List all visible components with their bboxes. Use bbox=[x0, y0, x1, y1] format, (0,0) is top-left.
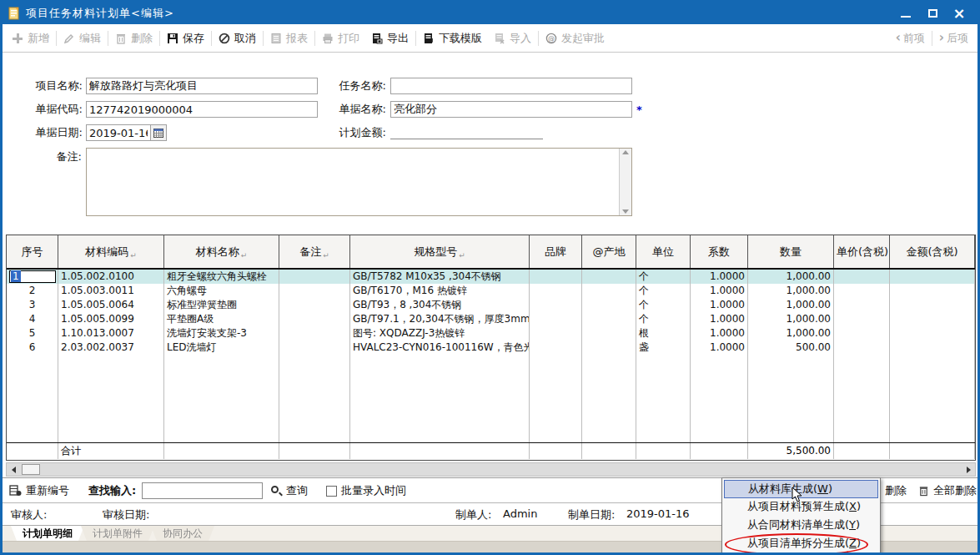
code-cell[interactable]: 1.05.005.0064 bbox=[58, 298, 164, 312]
menu-item-from-project-budget[interactable]: 从项目材料预算生成(X) bbox=[722, 498, 880, 517]
scroll-up-icon[interactable] bbox=[622, 150, 629, 154]
price-cell[interactable] bbox=[834, 312, 890, 326]
unit-cell[interactable]: 个 bbox=[636, 312, 691, 326]
scroll-down-icon[interactable] bbox=[622, 209, 629, 214]
table-row[interactable]: 2 1.05.003.0011 六角螺母 GB/T6170，M16 热镀锌 个 … bbox=[7, 284, 975, 298]
name-cell[interactable]: 洗墙灯安装支架-3 bbox=[164, 326, 279, 341]
qty-cell[interactable]: 1,000.00 bbox=[748, 298, 834, 312]
export-button[interactable]: 导出 bbox=[365, 28, 415, 49]
doc-date-input[interactable] bbox=[86, 124, 151, 141]
report-button[interactable]: 报表 bbox=[264, 28, 314, 49]
table-row[interactable]: 5 1.10.013.0007 洗墙灯安装支架-3 图号: XQDAZZJ-3热… bbox=[7, 326, 975, 341]
amount-cell[interactable] bbox=[890, 326, 975, 341]
qty-cell[interactable]: 1,000.00 bbox=[748, 326, 834, 341]
delete-all-button[interactable]: 全部删除 bbox=[918, 478, 977, 503]
coeff-cell[interactable]: 1.0000 bbox=[691, 312, 748, 326]
brand-cell[interactable] bbox=[530, 270, 582, 284]
code-cell[interactable]: 1.05.003.0011 bbox=[58, 284, 164, 298]
remark-cell[interactable] bbox=[279, 284, 350, 298]
spec-cell[interactable]: 图号: XQDAZZJ-3热镀锌 bbox=[350, 326, 530, 341]
brand-cell[interactable] bbox=[530, 284, 582, 298]
calendar-button[interactable] bbox=[151, 124, 167, 141]
menu-item-from-project-list-split[interactable]: 从项目清单拆分生成(Z) bbox=[722, 535, 880, 553]
cancel-button[interactable]: 取消 bbox=[213, 28, 262, 49]
tab-collaboration[interactable]: 协同办公 bbox=[151, 526, 214, 541]
table-row[interactable]: 3 1.05.005.0064 标准型弹簧垫圈 GB/T93，8 ,304不锈钢… bbox=[7, 298, 975, 312]
remark-scrollbar[interactable] bbox=[619, 149, 631, 215]
seq-cell-editing[interactable]: 1 bbox=[7, 270, 58, 284]
task-name-input[interactable] bbox=[390, 78, 632, 94]
spec-cell[interactable]: GB/T5782 M10x35 ,304不锈钢 bbox=[350, 270, 530, 284]
seq-cell[interactable]: 5 bbox=[7, 326, 58, 341]
col-unit[interactable]: 单位 bbox=[636, 235, 691, 268]
plan-amount-field[interactable] bbox=[390, 124, 543, 139]
seq-cell[interactable]: 3 bbox=[7, 298, 58, 312]
next-button[interactable]: ›后项 bbox=[933, 28, 974, 49]
minimize-button[interactable] bbox=[899, 7, 912, 20]
amount-cell[interactable] bbox=[890, 312, 975, 326]
renumber-button[interactable]: 重新编号 bbox=[9, 478, 69, 503]
tab-plan-attachments[interactable]: 计划单附件 bbox=[81, 526, 154, 541]
unit-cell[interactable]: 个 bbox=[636, 270, 691, 284]
doc-code-input[interactable] bbox=[86, 101, 318, 118]
amount-cell[interactable] bbox=[890, 341, 975, 355]
brand-cell[interactable] bbox=[530, 298, 582, 312]
unit-cell[interactable]: 个 bbox=[636, 298, 691, 312]
print-button[interactable]: 打印 bbox=[316, 28, 365, 49]
unit-cell[interactable]: 盏 bbox=[636, 341, 691, 355]
seq-cell[interactable]: 6 bbox=[7, 341, 58, 355]
name-cell[interactable]: LED洗墙灯 bbox=[164, 341, 279, 355]
scroll-left-icon[interactable] bbox=[7, 463, 20, 476]
origin-cell[interactable] bbox=[582, 326, 636, 341]
remark-cell[interactable] bbox=[279, 312, 350, 326]
price-cell[interactable] bbox=[834, 298, 890, 312]
scrollbar-thumb[interactable] bbox=[22, 464, 40, 475]
name-cell[interactable]: 标准型弹簧垫圈 bbox=[164, 298, 279, 312]
maximize-button[interactable] bbox=[926, 7, 939, 20]
col-brand[interactable]: 品牌 bbox=[530, 235, 582, 268]
price-cell[interactable] bbox=[834, 270, 890, 284]
spec-cell[interactable]: GB/T6170，M16 热镀锌 bbox=[350, 284, 530, 298]
project-name-input[interactable] bbox=[86, 78, 318, 94]
spec-cell[interactable]: HVALC23-CYN016-100116W，青色光，30° bbox=[350, 341, 530, 355]
start-approval-button[interactable]: @ 发起审批 bbox=[540, 28, 611, 49]
prev-button[interactable]: ‹前项 bbox=[890, 28, 931, 49]
doc-name-input[interactable] bbox=[390, 101, 632, 118]
amount-cell[interactable] bbox=[890, 284, 975, 298]
code-cell[interactable]: 1.10.013.0007 bbox=[58, 326, 164, 341]
coeff-cell[interactable]: 1.0000 bbox=[691, 341, 748, 355]
new-button[interactable]: 新增 bbox=[6, 28, 55, 49]
close-button[interactable]: × bbox=[952, 7, 966, 20]
qty-cell[interactable]: 1,000.00 bbox=[748, 270, 834, 284]
delete-button[interactable]: 删除 bbox=[109, 28, 158, 49]
price-cell[interactable] bbox=[834, 284, 890, 298]
origin-cell[interactable] bbox=[582, 312, 636, 326]
table-row[interactable]: 4 1.05.005.0099 平垫圈A级 GB/T97.1，20,304不锈钢… bbox=[7, 312, 975, 326]
name-cell[interactable]: 六角螺母 bbox=[164, 284, 279, 298]
origin-cell[interactable] bbox=[582, 341, 636, 355]
remark-cell[interactable] bbox=[279, 341, 350, 355]
col-qty[interactable]: 数量 bbox=[748, 235, 834, 268]
brand-cell[interactable] bbox=[530, 326, 582, 341]
seq-cell[interactable]: 2 bbox=[7, 284, 58, 298]
code-cell[interactable]: 1.05.002.0100 bbox=[58, 270, 164, 284]
menu-item-from-material-library[interactable]: 从材料库生成(W) bbox=[724, 480, 878, 498]
name-cell[interactable]: 粗牙全螺纹六角头螺栓 bbox=[164, 270, 279, 284]
coeff-cell[interactable]: 1.0000 bbox=[691, 298, 748, 312]
qty-cell[interactable]: 1,000.00 bbox=[748, 284, 834, 298]
remark-cell[interactable] bbox=[279, 326, 350, 341]
spec-cell[interactable]: GB/T93，8 ,304不锈钢 bbox=[350, 298, 530, 312]
col-remark[interactable]: 备注↵ bbox=[279, 235, 350, 268]
coeff-cell[interactable]: 1.0000 bbox=[691, 326, 748, 341]
origin-cell[interactable] bbox=[582, 284, 636, 298]
edit-button[interactable]: 编辑 bbox=[58, 28, 107, 49]
find-input[interactable] bbox=[142, 482, 263, 499]
remark-cell[interactable] bbox=[279, 270, 350, 284]
checkbox-icon[interactable] bbox=[326, 486, 337, 497]
col-origin[interactable]: @产地 bbox=[582, 235, 636, 268]
remark-cell[interactable] bbox=[279, 298, 350, 312]
seq-cell[interactable]: 4 bbox=[7, 312, 58, 326]
spec-cell[interactable]: GB/T97.1，20,304不锈钢，厚度3mm bbox=[350, 312, 530, 326]
download-template-button[interactable]: 下载模版 bbox=[417, 28, 488, 49]
tab-plan-details[interactable]: 计划单明细 bbox=[11, 526, 84, 541]
